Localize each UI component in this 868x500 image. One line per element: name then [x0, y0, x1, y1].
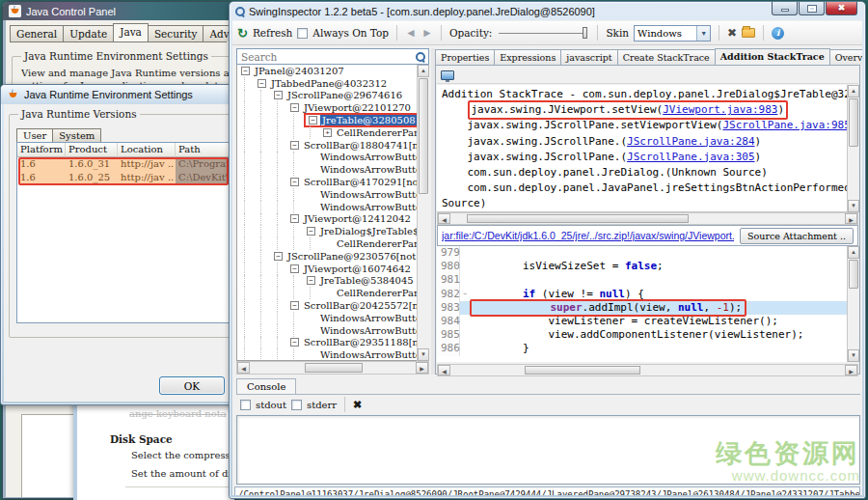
tab-console[interactable]: Console — [236, 378, 296, 394]
tree-expander-icon[interactable]: − — [274, 91, 283, 99]
source-line[interactable]: 986 } — [437, 342, 858, 355]
tree-expander-icon[interactable]: − — [290, 103, 299, 112]
stack-horizontal-scrollbar[interactable]: ◀ ▶ — [437, 212, 858, 225]
scroll-down-arrow[interactable]: ▼ — [848, 200, 859, 212]
minimize-button[interactable] — [772, 2, 798, 15]
scrollbar-thumb[interactable] — [849, 260, 858, 289]
close-button[interactable]: ✖ — [826, 2, 857, 15]
tree-node[interactable]: CellRendererPane@31 — [237, 287, 428, 299]
source-vertical-scrollbar[interactable]: ▲ ▼ — [847, 246, 859, 362]
tree-expander-icon[interactable]: − — [290, 338, 299, 347]
stack-frame-link[interactable]: JViewport.java:983 — [663, 103, 777, 116]
tree-node[interactable]: WindowsArrowButton@271 — [237, 188, 428, 201]
table-column-header[interactable]: Path — [176, 143, 230, 157]
tree-node[interactable]: − ScrollBar@4170291[not vis — [237, 176, 428, 188]
tab-update[interactable]: Update — [63, 25, 114, 42]
tree-node[interactable]: − JPanel@24031207 — [237, 65, 428, 77]
table-column-header[interactable]: Platform — [17, 143, 66, 157]
fold-icon[interactable] — [460, 342, 470, 355]
scroll-up-arrow[interactable]: ▲ — [418, 65, 429, 77]
forward-icon[interactable]: ► — [421, 26, 433, 40]
scrollbar-thumb[interactable] — [525, 366, 640, 375]
fold-icon[interactable] — [460, 315, 470, 328]
table-column-header[interactable]: Product — [66, 143, 118, 157]
refresh-button[interactable]: Refresh — [253, 27, 292, 39]
tree-node[interactable]: − JreTable@3280508 — [237, 114, 428, 126]
scroll-down-arrow[interactable]: ▼ — [848, 349, 859, 362]
source-attachment-button[interactable]: Source Attachment .. — [740, 228, 854, 244]
ok-button[interactable]: OK — [159, 376, 225, 395]
stack-vertical-scrollbar[interactable]: ▲ ▼ — [847, 85, 859, 212]
tree-expander-icon[interactable]: − — [290, 301, 299, 310]
chevron-down-icon[interactable]: ▼ — [696, 26, 710, 41]
tree-expander-icon[interactable]: − — [307, 227, 315, 236]
tree-expander-icon[interactable]: − — [290, 264, 299, 273]
tab-java[interactable]: Java — [113, 23, 149, 42]
source-jar-link[interactable]: jar:file:/C:/DevKit/jdk1.6.0_25/jre/../s… — [442, 230, 734, 241]
tree-expander-icon[interactable]: − — [290, 178, 299, 186]
always-on-top-checkbox[interactable] — [297, 28, 308, 39]
search-icon[interactable] — [416, 52, 424, 61]
skin-select[interactable]: Windows ▼ — [634, 25, 711, 42]
tree-expander-icon[interactable]: − — [241, 67, 250, 75]
tab-system[interactable]: System — [52, 128, 101, 142]
scroll-down-arrow[interactable]: ▼ — [418, 348, 429, 361]
clear-console-icon[interactable]: ✖ — [353, 399, 362, 411]
tree-node[interactable]: − ScrollBar@29351188[not vi — [237, 337, 428, 349]
scrollbar-thumb[interactable] — [305, 363, 363, 373]
source-code-viewer[interactable]: 979 980 isViewSizeSet = false; 981 982 −… — [437, 246, 858, 362]
tab-advanced[interactable]: Advanced — [203, 25, 231, 42]
tree-node[interactable]: − JViewport@16074642 — [237, 263, 428, 275]
inspector-titlebar[interactable]: SwingInspector 1.2.2 beta5 - [com.sun.de… — [230, 2, 865, 20]
folder-icon[interactable] — [742, 28, 755, 38]
scroll-right-arrow[interactable]: ▶ — [845, 365, 857, 375]
tree-node[interactable]: WindowsArrowButton@338 — [237, 324, 428, 337]
tree-node[interactable]: − JViewport@12412042 — [237, 213, 428, 226]
tab-general[interactable]: General — [10, 25, 64, 42]
info-icon[interactable]: i — [772, 27, 784, 40]
tree-expander-icon[interactable]: − — [290, 141, 299, 150]
source-line[interactable]: 984 viewListener = createViewListener(); — [437, 315, 858, 328]
tree-expander-icon[interactable]: − — [274, 252, 283, 261]
stack-frame-link[interactable]: JScrollPane.java:305 — [627, 151, 754, 163]
source-line[interactable]: 980 isViewSizeSet = false; — [437, 260, 858, 273]
tree-node[interactable]: − JreDialog$JreTable$1@2 — [237, 225, 428, 237]
tab-expressions[interactable]: Expressions — [494, 49, 561, 65]
stack-frame-link[interactable]: JScrollPane.java:284 — [627, 135, 754, 148]
tree-expander-icon[interactable]: − — [258, 79, 266, 88]
scroll-right-arrow[interactable]: ▶ — [416, 362, 428, 374]
tree-node[interactable]: WindowsArrowButton@281 — [237, 348, 428, 361]
stdout-checkbox[interactable] — [240, 400, 251, 410]
scrollbar-thumb[interactable] — [419, 78, 428, 194]
scrollbar-thumb[interactable] — [467, 214, 689, 223]
fold-icon[interactable] — [460, 328, 470, 342]
tree-node[interactable]: WindowsArrowButton@238 — [237, 312, 428, 324]
refresh-icon[interactable]: ↻ — [237, 27, 248, 40]
maximize-button[interactable] — [799, 2, 825, 15]
scroll-right-arrow[interactable]: ▶ — [845, 213, 857, 224]
tab-properties[interactable]: Properties — [435, 49, 495, 65]
fold-icon[interactable] — [460, 246, 470, 260]
tab-create-stacktrace[interactable]: Create StackTrace — [617, 49, 716, 65]
tree-node[interactable]: − ScrollBar@18804741[not vi — [237, 139, 428, 152]
fold-icon[interactable]: − — [460, 288, 470, 301]
jre-dialog-titlebar[interactable]: Java Runtime Environment Settings — [1, 85, 236, 104]
scroll-up-arrow[interactable]: ▲ — [848, 246, 859, 259]
tree-horizontal-scrollbar[interactable]: ◀ ▶ — [236, 361, 429, 375]
tree-node[interactable]: − ScrollBar@20425572[not vi — [237, 299, 428, 312]
source-horizontal-scrollbar[interactable]: ◀ ▶ — [437, 364, 858, 376]
slider-thumb[interactable] — [583, 27, 587, 39]
source-line[interactable]: 983 super.addImpl(view, null, -1); — [437, 301, 858, 315]
table-column-header[interactable]: Location — [118, 143, 176, 157]
console-output[interactable] — [236, 415, 860, 485]
fold-icon[interactable] — [460, 301, 470, 315]
tree-node[interactable]: − JTabbedPane@4032312 — [237, 77, 428, 90]
tree-node[interactable]: + CellRendererPane@23 — [237, 126, 428, 139]
tree-node[interactable]: CellRendererPane@14 — [237, 237, 428, 250]
tab-addition-stacktrace[interactable]: Addition StackTrace — [715, 48, 830, 65]
jcp-titlebar[interactable]: Java Control Panel — [3, 2, 233, 20]
stacktrace-text-area[interactable]: Addition StackTrace - com.sun.deploy.pan… — [437, 85, 858, 212]
tree-node[interactable]: − JScrollPane@9230576[not vis: — [237, 250, 428, 263]
tree-expander-icon[interactable]: − — [307, 276, 315, 285]
tab-overview[interactable]: Overview — [829, 49, 862, 65]
